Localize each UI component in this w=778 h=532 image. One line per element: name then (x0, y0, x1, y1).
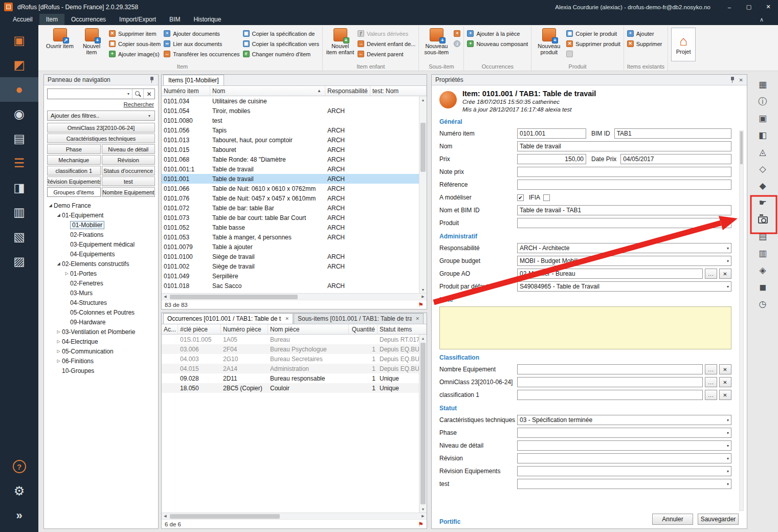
item-row[interactable]: 0101.054 Tiroir, mobiles ARCH (162, 106, 419, 116)
right-tool-button[interactable] (753, 212, 772, 227)
add-to-room-button[interactable]: +Ajouter à la pièce (467, 30, 528, 37)
tree-expander-icon[interactable]: ▷ (55, 339, 62, 344)
scrollbar-thumb[interactable] (170, 514, 280, 519)
close-tab-icon[interactable]: ✕ (415, 316, 419, 321)
statut-select[interactable]: ▾ (517, 479, 731, 489)
tree-item[interactable]: ◢ 01-Equipement (44, 210, 158, 220)
occurrence-row[interactable]: 04.015 2A14 Administration 1 Depuis EQ.B… (162, 364, 419, 373)
date-prix-field[interactable]: 04/05/2017 (620, 154, 731, 164)
sidebar-module-button[interactable]: ▨ (0, 249, 38, 274)
groupe-ao-field[interactable]: 02-Mobilier - Bureau (517, 269, 703, 279)
note-textarea[interactable] (439, 306, 731, 349)
sidebar-module-button[interactable]: ◉ (0, 102, 38, 126)
column-header-numero[interactable]: Numéro item (162, 86, 210, 96)
item-row[interactable]: 0101.013 Tabouret, haut, pour comptoir A… (162, 135, 419, 145)
close-panel-icon[interactable]: ✕ (739, 77, 743, 83)
item-row[interactable]: 0101.0080 test (162, 116, 419, 125)
filter-button[interactable]: OmniClass 23[2010-06-24] (47, 123, 155, 132)
item-row[interactable]: 0101.002 Siège de travail ARCH (162, 261, 419, 271)
change-item-number-button[interactable]: #Changer numéro d'item (243, 50, 319, 58)
filter-button[interactable]: test (102, 176, 155, 186)
item-row[interactable]: 0101.052 Table basse ARCH (162, 223, 419, 232)
item-row[interactable]: 0101.066 Table de Nuit: 0610 x 0610 x 07… (162, 184, 419, 193)
become-parent-button[interactable]: ←Devient parent (358, 50, 415, 58)
copy-product-button[interactable]: ▣Copier le produit (566, 30, 620, 37)
properties-scrollbar[interactable] (739, 130, 744, 511)
occurrences-vertical-scrollbar[interactable]: ▲ ▼ (419, 335, 427, 513)
right-tool-button[interactable]: ◈ (753, 263, 772, 278)
occurrences-tab[interactable]: Sous-items [0101.001 / TAB1: Table de tr… (294, 313, 424, 324)
produit-field[interactable] (517, 218, 731, 228)
filter-flag-icon[interactable]: ⚑ (418, 521, 424, 528)
tree-item[interactable]: 04-Equipements (44, 249, 158, 259)
become-child-button[interactable]: →Devient enfant de... (358, 40, 415, 48)
scroll-left-icon[interactable]: ◀ (162, 294, 169, 300)
scrollbar-thumb[interactable] (420, 123, 426, 172)
tree-item[interactable]: 09-Hardware (44, 317, 158, 327)
column-header-actions[interactable]: Ac... (162, 324, 178, 334)
item-row[interactable]: 0101.034 Utilitaires de cuisine (162, 96, 419, 106)
bim-id-field[interactable]: TAB1 (614, 128, 731, 139)
numero-item-field[interactable]: 0101.001 (517, 128, 586, 139)
column-header-cle-piece[interactable]: #clé pièce (178, 324, 221, 334)
classification-field[interactable] (517, 377, 703, 387)
tree-item[interactable]: 03-Equipement médical (44, 239, 158, 249)
filter-button[interactable]: Nombre Equipement (102, 187, 155, 197)
right-tool-button[interactable]: ▤ (753, 229, 772, 244)
sidebar-module-button[interactable]: ◩ (0, 53, 38, 77)
maximize-button[interactable]: ▢ (739, 0, 759, 14)
sidebar-module-button[interactable]: ☰ (0, 151, 38, 175)
filter-flag-icon[interactable]: ⚑ (418, 301, 424, 308)
item-row[interactable]: 0101.049 Serpillère (162, 271, 419, 281)
scroll-up-icon[interactable]: ▲ (419, 96, 427, 103)
filter-button[interactable]: Phase (47, 144, 101, 154)
a-modeliser-checkbox[interactable]: ✔ (517, 194, 524, 201)
column-header-numero-piece[interactable]: Numéro pièce (221, 324, 268, 334)
browse-button[interactable]: ... (705, 269, 717, 279)
tree-item[interactable]: 03-Murs (44, 288, 158, 298)
ribbon-tab[interactable]: Historique (187, 14, 228, 25)
tree-expander-icon[interactable]: ▷ (55, 359, 62, 363)
occurrence-row[interactable]: 18.050 2BC5 (Copier) Couloir 1 Unique (162, 383, 419, 393)
pin-icon[interactable] (730, 76, 735, 83)
right-tool-button[interactable]: ⓘ (753, 94, 772, 109)
column-header-test-nom[interactable]: test: Nom (370, 86, 427, 96)
add-filters-button[interactable]: Ajouter des filtres.. ▾ (47, 110, 155, 121)
product-extra-button[interactable] (566, 50, 620, 58)
produit-par-defaut-select[interactable]: S49084965 - Table de Travail▾ (517, 281, 731, 292)
ribbon-tab[interactable]: Item (39, 14, 64, 25)
item-row[interactable]: 0101.056 Tapis ARCH (162, 125, 419, 135)
delete-item-button[interactable]: ✕Supprimer item (109, 30, 161, 37)
tree-item[interactable]: ▷ 01-Portes (44, 269, 158, 278)
item-row[interactable]: 0101.015 Tabouret ARCH (162, 145, 419, 154)
occurrences-tab[interactable]: Occurrences [0101.001 / TAB1: Table de t… (163, 313, 293, 324)
right-tool-button[interactable]: ◬ (753, 145, 772, 160)
ribbon-tab[interactable]: Accueil (6, 14, 39, 25)
close-tab-icon[interactable]: ✕ (285, 316, 289, 321)
tree-item[interactable]: ◢ Demo France (44, 201, 158, 210)
scroll-down-icon[interactable]: ▼ (419, 505, 427, 513)
filter-button[interactable]: Groupes d'items (47, 187, 101, 197)
occurrence-row[interactable]: 03.006 2F04 Bureau Psychologue 1 Depuis … (162, 344, 419, 354)
open-item-button[interactable]: ↗ Ouvrir item (46, 26, 74, 59)
scrollbar-thumb[interactable] (420, 343, 426, 504)
derived-values-button[interactable]: ƒValeurs dérivées (358, 30, 415, 37)
statut-select[interactable]: 03 - Spécification terminée▾ (517, 415, 731, 425)
item-row[interactable]: 0101.018 Sac Sacco ARCH (162, 281, 419, 291)
filter-button[interactable]: Révision Equipements (47, 176, 101, 186)
sidebar-bottom-button[interactable]: ⚙ (0, 479, 38, 503)
collapse-ribbon-icon[interactable]: ∧ (760, 14, 771, 25)
column-header-nom[interactable]: Nom▲ (210, 86, 325, 96)
sidebar-module-button[interactable]: ▥ (0, 200, 38, 225)
statut-select[interactable]: ▾ (517, 428, 731, 438)
subitem-add-button[interactable]: + (454, 30, 460, 37)
new-subitem-button[interactable]: + Nouveau sous-item (422, 26, 451, 59)
filter-button[interactable]: Status d'occurrence (102, 166, 155, 175)
tree-expander-icon[interactable]: ◢ (47, 203, 54, 208)
scrollbar-thumb[interactable] (170, 295, 298, 299)
filter-button[interactable]: classification 1 (47, 166, 101, 175)
new-child-item-button[interactable]: + Nouvel item enfant (326, 26, 354, 59)
item-row[interactable]: 0101.001:1 Table de travail ARCH (162, 164, 419, 174)
scroll-up-icon[interactable]: ▲ (419, 335, 427, 342)
sidebar-bottom-button[interactable]: » (0, 503, 38, 528)
